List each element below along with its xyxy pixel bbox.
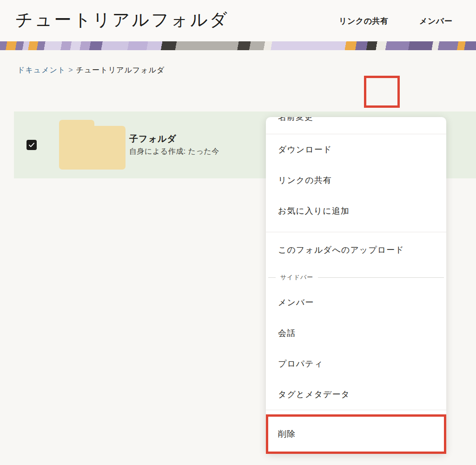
toolbar: サイドバー (0, 74, 476, 109)
menu-item-upload-to-folder[interactable]: このフォルダへのアップロード (266, 232, 446, 268)
app-window: チュートリアルフォルダ リンクの共有 メンバー ドキュメント>チュートリアルフォ… (0, 0, 476, 465)
file-name: 子フォルダ (129, 133, 177, 145)
breadcrumb-current: チュートリアルフォルダ (76, 66, 165, 74)
banner-collage (0, 41, 476, 50)
menu-section-label: サイドバー (280, 273, 313, 282)
menu-item-download[interactable]: ダウンロード (266, 134, 446, 165)
page-title: チュートリアルフォルダ (15, 8, 229, 32)
context-menu: 名前変更 ダウンロード リンクの共有 お気に入りに追加 このフォルダへのアップロ… (266, 117, 446, 454)
members-button[interactable]: メンバー (419, 16, 452, 26)
menu-item-tags-metadata[interactable]: タグとメタデータ (266, 379, 446, 410)
menu-item-rename-clipped[interactable]: 名前変更 (266, 117, 446, 134)
menu-item-members[interactable]: メンバー (266, 287, 446, 318)
folder-thumbnail-icon[interactable] (59, 120, 126, 170)
menu-section-sidebar: サイドバー (266, 268, 446, 287)
breadcrumb-separator: > (68, 66, 73, 74)
header: チュートリアルフォルダ リンクの共有 メンバー (0, 0, 476, 41)
menu-item-conversation[interactable]: 会話 (266, 318, 446, 348)
menu-item-properties[interactable]: プロパティ (266, 348, 446, 379)
file-meta: 自身による作成: たった今 (129, 147, 219, 157)
row-checkbox[interactable] (26, 140, 37, 150)
share-link-button[interactable]: リンクの共有 (339, 16, 389, 26)
breadcrumb-link-documents[interactable]: ドキュメント (17, 66, 66, 74)
menu-item-delete[interactable]: 削除 (266, 410, 446, 454)
menu-item-share-link[interactable]: リンクの共有 (266, 165, 446, 196)
menu-item-add-favorite[interactable]: お気に入りに追加 (266, 196, 446, 226)
breadcrumb: ドキュメント>チュートリアルフォルダ (17, 65, 165, 75)
